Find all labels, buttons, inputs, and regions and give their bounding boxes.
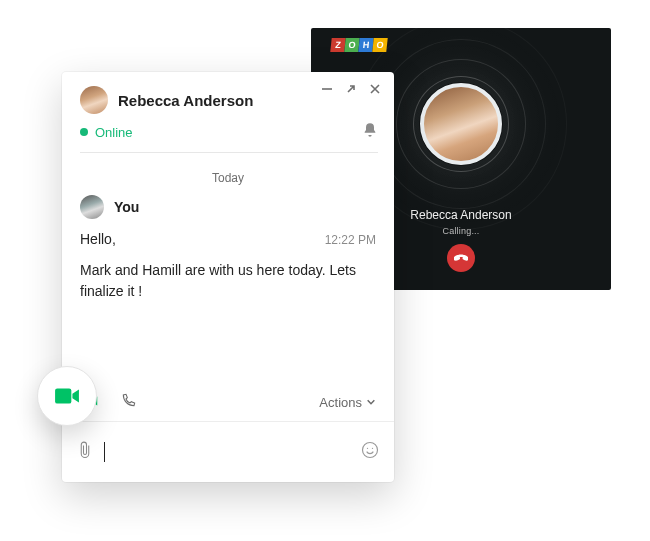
actions-menu[interactable]: Actions: [319, 395, 376, 410]
svg-rect-4: [55, 388, 71, 403]
message-text: Mark and Hamill are with us here today. …: [80, 260, 376, 302]
hangup-button[interactable]: [447, 244, 475, 272]
chevron-down-icon: [366, 397, 376, 407]
minimize-icon: [321, 83, 333, 95]
chat-header: Rebecca Anderson Online: [62, 72, 394, 159]
svg-point-2: [367, 448, 368, 449]
divider: [80, 152, 378, 153]
paperclip-icon: [76, 439, 94, 461]
zoho-logo: Z O H O: [331, 38, 387, 52]
bell-icon: [362, 122, 378, 138]
close-button[interactable]: [368, 82, 382, 96]
svg-point-3: [372, 448, 373, 449]
attach-button[interactable]: [76, 439, 94, 465]
close-icon: [369, 83, 381, 95]
smile-icon: [360, 440, 380, 460]
message-input[interactable]: [105, 438, 360, 466]
presence-label: Online: [95, 125, 133, 140]
message-text: Hello,: [80, 229, 116, 250]
svg-point-1: [363, 443, 378, 458]
chat-body: You Hello, 12:22 PM Mark and Hamill are …: [62, 195, 394, 383]
message-time: 12:22 PM: [325, 233, 376, 247]
chat-window: Rebecca Anderson Online: [62, 72, 394, 482]
message-input-row: [62, 421, 394, 482]
actions-row: Actions: [62, 383, 394, 421]
video-icon: [54, 386, 80, 406]
expand-button[interactable]: [344, 82, 358, 96]
minimize-button[interactable]: [320, 82, 334, 96]
expand-icon: [345, 83, 357, 95]
date-separator: Today: [62, 159, 394, 195]
emoji-button[interactable]: [360, 440, 380, 464]
floating-video-button[interactable]: [37, 366, 97, 426]
contact-avatar: [80, 86, 108, 114]
actions-label: Actions: [319, 395, 362, 410]
presence-dot-icon: [80, 128, 88, 136]
call-avatar: [420, 83, 502, 165]
presence: Online: [80, 125, 133, 140]
phone-hangup-icon: [454, 251, 468, 265]
sender-avatar: [80, 195, 104, 219]
window-controls: [320, 82, 382, 96]
phone-icon: [120, 393, 136, 409]
audio-call-button[interactable]: [120, 393, 136, 412]
notifications-button[interactable]: [362, 122, 378, 142]
sender-label: You: [114, 199, 139, 215]
contact-name: Rebecca Anderson: [118, 92, 253, 109]
